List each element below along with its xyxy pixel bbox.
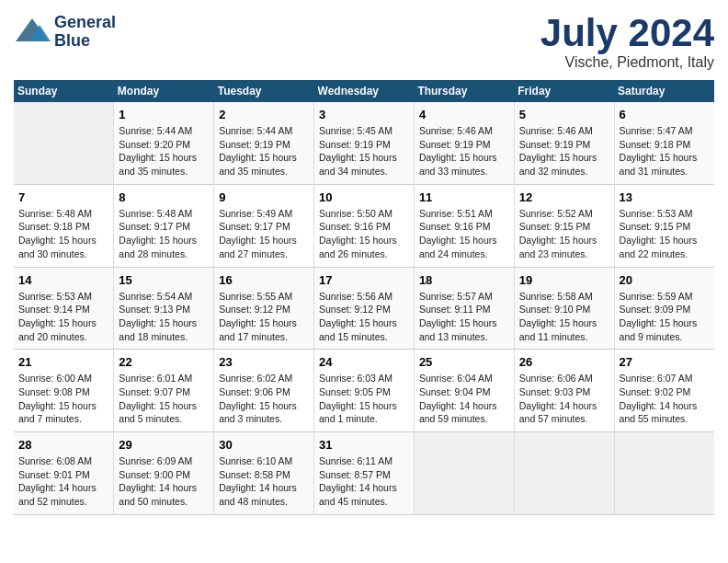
day-number: 15 (119, 273, 209, 287)
calendar-cell: 1Sunrise: 5:44 AM Sunset: 9:20 PM Daylig… (114, 102, 214, 184)
day-info: Sunrise: 6:11 AM Sunset: 8:57 PM Dayligh… (319, 454, 409, 509)
calendar-cell: 16Sunrise: 5:55 AM Sunset: 9:12 PM Dayli… (214, 267, 314, 350)
day-info: Sunrise: 6:02 AM Sunset: 9:06 PM Dayligh… (219, 372, 309, 426)
day-info: Sunrise: 5:49 AM Sunset: 9:17 PM Dayligh… (219, 207, 309, 261)
day-info: Sunrise: 6:03 AM Sunset: 9:05 PM Dayligh… (319, 372, 409, 426)
day-number: 19 (519, 273, 609, 287)
day-info: Sunrise: 5:44 AM Sunset: 9:20 PM Dayligh… (119, 124, 209, 178)
day-number: 23 (219, 355, 309, 369)
day-info: Sunrise: 5:55 AM Sunset: 9:12 PM Dayligh… (219, 290, 309, 344)
calendar-cell: 13Sunrise: 5:53 AM Sunset: 9:15 PM Dayli… (614, 184, 714, 267)
calendar-cell: 12Sunrise: 5:52 AM Sunset: 9:15 PM Dayli… (514, 184, 614, 267)
weekday-header-monday: Monday (114, 80, 214, 102)
day-info: Sunrise: 5:45 AM Sunset: 9:19 PM Dayligh… (319, 124, 409, 178)
day-info: Sunrise: 5:47 AM Sunset: 9:18 PM Dayligh… (620, 124, 710, 178)
calendar-cell: 9Sunrise: 5:49 AM Sunset: 9:17 PM Daylig… (214, 184, 314, 267)
day-number: 2 (219, 108, 309, 121)
day-number: 30 (219, 438, 309, 452)
title-block: July 2024 Vische, Piedmont, Italy (540, 14, 714, 71)
day-info: Sunrise: 5:56 AM Sunset: 9:12 PM Dayligh… (319, 290, 409, 344)
calendar-cell (514, 432, 614, 515)
day-number: 14 (18, 273, 108, 287)
day-info: Sunrise: 5:46 AM Sunset: 9:19 PM Dayligh… (519, 124, 609, 178)
calendar-cell: 26Sunrise: 6:06 AM Sunset: 9:03 PM Dayli… (514, 350, 614, 432)
calendar-cell (614, 432, 714, 515)
day-info: Sunrise: 5:48 AM Sunset: 9:17 PM Dayligh… (119, 207, 209, 261)
calendar-cell: 11Sunrise: 5:51 AM Sunset: 9:16 PM Dayli… (414, 184, 514, 267)
calendar-week-3: 14Sunrise: 5:53 AM Sunset: 9:14 PM Dayli… (14, 267, 714, 350)
calendar-cell: 31Sunrise: 6:11 AM Sunset: 8:57 PM Dayli… (314, 432, 415, 515)
day-number: 8 (119, 190, 209, 204)
day-number: 7 (18, 190, 108, 204)
day-number: 18 (419, 273, 509, 287)
month-title: July 2024 (540, 14, 714, 52)
calendar-cell: 24Sunrise: 6:03 AM Sunset: 9:05 PM Dayli… (314, 350, 415, 432)
day-info: Sunrise: 5:46 AM Sunset: 9:19 PM Dayligh… (419, 124, 509, 178)
weekday-header-tuesday: Tuesday (214, 80, 314, 102)
calendar-cell: 19Sunrise: 5:58 AM Sunset: 9:10 PM Dayli… (514, 267, 614, 350)
day-info: Sunrise: 5:44 AM Sunset: 9:19 PM Dayligh… (219, 124, 309, 178)
day-number: 29 (119, 438, 209, 452)
day-number: 12 (519, 190, 609, 204)
day-number: 3 (319, 108, 409, 121)
day-info: Sunrise: 5:57 AM Sunset: 9:11 PM Dayligh… (419, 290, 509, 344)
day-info: Sunrise: 5:53 AM Sunset: 9:14 PM Dayligh… (18, 290, 108, 344)
day-info: Sunrise: 6:01 AM Sunset: 9:07 PM Dayligh… (119, 372, 209, 426)
day-info: Sunrise: 5:51 AM Sunset: 9:16 PM Dayligh… (419, 207, 509, 261)
day-info: Sunrise: 6:10 AM Sunset: 8:58 PM Dayligh… (219, 454, 309, 509)
day-number: 22 (119, 355, 209, 369)
day-number: 26 (519, 355, 609, 369)
day-number: 25 (419, 355, 509, 369)
day-number: 28 (18, 438, 108, 452)
calendar-cell: 29Sunrise: 6:09 AM Sunset: 9:00 PM Dayli… (114, 432, 214, 515)
weekday-header-sunday: Sunday (14, 80, 114, 102)
day-number: 6 (620, 108, 710, 121)
day-number: 1 (119, 108, 209, 121)
calendar-table: SundayMondayTuesdayWednesdayThursdayFrid… (14, 80, 714, 515)
day-number: 10 (319, 190, 409, 204)
header-row: SundayMondayTuesdayWednesdayThursdayFrid… (14, 80, 714, 102)
logo-line2: Blue (54, 32, 116, 51)
calendar-cell: 22Sunrise: 6:01 AM Sunset: 9:07 PM Dayli… (114, 350, 214, 432)
weekday-header-friday: Friday (514, 80, 614, 102)
day-info: Sunrise: 6:09 AM Sunset: 9:00 PM Dayligh… (119, 454, 209, 509)
calendar-cell: 21Sunrise: 6:00 AM Sunset: 9:08 PM Dayli… (14, 350, 114, 432)
day-info: Sunrise: 6:06 AM Sunset: 9:03 PM Dayligh… (519, 372, 609, 426)
day-number: 20 (620, 273, 710, 287)
calendar-week-2: 7Sunrise: 5:48 AM Sunset: 9:18 PM Daylig… (14, 184, 714, 267)
calendar-cell: 18Sunrise: 5:57 AM Sunset: 9:11 PM Dayli… (414, 267, 514, 350)
day-info: Sunrise: 5:59 AM Sunset: 9:09 PM Dayligh… (620, 290, 710, 344)
logo: General Blue (14, 14, 116, 51)
logo-text: General Blue (54, 14, 116, 51)
day-number: 13 (620, 190, 710, 204)
calendar-cell: 2Sunrise: 5:44 AM Sunset: 9:19 PM Daylig… (214, 102, 314, 184)
page-header: General Blue July 2024 Vische, Piedmont,… (14, 14, 714, 71)
calendar-cell: 10Sunrise: 5:50 AM Sunset: 9:16 PM Dayli… (314, 184, 415, 267)
calendar-week-4: 21Sunrise: 6:00 AM Sunset: 9:08 PM Dayli… (14, 350, 714, 432)
weekday-header-saturday: Saturday (614, 80, 714, 102)
day-number: 4 (419, 108, 509, 121)
calendar-cell: 23Sunrise: 6:02 AM Sunset: 9:06 PM Dayli… (214, 350, 314, 432)
calendar-cell: 7Sunrise: 5:48 AM Sunset: 9:18 PM Daylig… (14, 184, 114, 267)
day-info: Sunrise: 6:00 AM Sunset: 9:08 PM Dayligh… (18, 372, 108, 426)
calendar-cell: 4Sunrise: 5:46 AM Sunset: 9:19 PM Daylig… (414, 102, 514, 184)
day-number: 9 (219, 190, 309, 204)
calendar-cell: 20Sunrise: 5:59 AM Sunset: 9:09 PM Dayli… (614, 267, 714, 350)
day-number: 24 (319, 355, 409, 369)
day-info: Sunrise: 6:04 AM Sunset: 9:04 PM Dayligh… (419, 372, 509, 426)
day-info: Sunrise: 5:50 AM Sunset: 9:16 PM Dayligh… (319, 207, 409, 261)
day-info: Sunrise: 6:07 AM Sunset: 9:02 PM Dayligh… (620, 372, 710, 426)
weekday-header-thursday: Thursday (414, 80, 514, 102)
calendar-cell: 5Sunrise: 5:46 AM Sunset: 9:19 PM Daylig… (514, 102, 614, 184)
calendar-cell (14, 102, 114, 184)
day-number: 31 (319, 438, 409, 452)
calendar-header: SundayMondayTuesdayWednesdayThursdayFrid… (14, 80, 714, 102)
calendar-cell: 30Sunrise: 6:10 AM Sunset: 8:58 PM Dayli… (214, 432, 314, 515)
logo-icon (14, 14, 51, 51)
calendar-body: 1Sunrise: 5:44 AM Sunset: 9:20 PM Daylig… (14, 102, 714, 514)
calendar-week-5: 28Sunrise: 6:08 AM Sunset: 9:01 PM Dayli… (14, 432, 714, 515)
day-number: 27 (620, 355, 710, 369)
calendar-cell: 14Sunrise: 5:53 AM Sunset: 9:14 PM Dayli… (14, 267, 114, 350)
day-info: Sunrise: 5:54 AM Sunset: 9:13 PM Dayligh… (119, 290, 209, 344)
day-info: Sunrise: 6:08 AM Sunset: 9:01 PM Dayligh… (18, 454, 108, 509)
